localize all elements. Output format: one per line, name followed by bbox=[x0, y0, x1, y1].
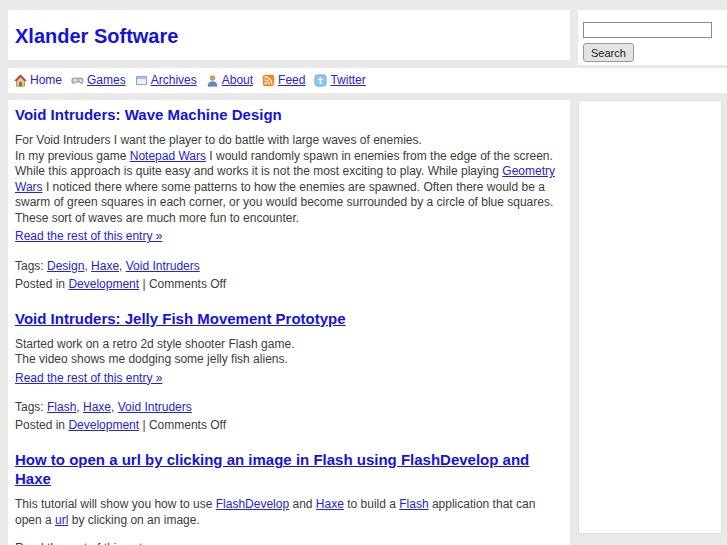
post-title: Void Intruders: Wave Machine Design bbox=[15, 105, 563, 124]
search-button[interactable]: Search bbox=[583, 43, 634, 62]
navigation-bar: Home Games Archives About Feed bbox=[8, 68, 727, 93]
category-link[interactable]: Development bbox=[68, 277, 139, 291]
post-title-link[interactable]: How to open a url by clicking an image i… bbox=[15, 451, 529, 487]
tag-link[interactable]: Flash bbox=[47, 400, 76, 414]
nav-item-twitter[interactable]: Twitter bbox=[314, 73, 365, 87]
blog-post: Void Intruders: Jelly Fish Movement Prot… bbox=[15, 309, 563, 434]
search-input[interactable] bbox=[583, 22, 712, 38]
nav-link-games[interactable]: Games bbox=[87, 73, 126, 87]
blog-post: How to open a url by clicking an image i… bbox=[15, 450, 563, 545]
inline-link[interactable]: Notepad Wars bbox=[130, 149, 206, 163]
post-title: Void Intruders: Jelly Fish Movement Prot… bbox=[15, 309, 563, 328]
tag-link[interactable]: Haxe bbox=[91, 259, 119, 273]
nav-item-feed[interactable]: Feed bbox=[262, 73, 305, 87]
nav-item-games[interactable]: Games bbox=[71, 73, 126, 87]
inline-link[interactable]: Geometry Wars bbox=[15, 164, 555, 194]
post-footer: Posted in Development | Comments Off bbox=[15, 417, 563, 433]
main-content: Void Intruders: Wave Machine Design For … bbox=[8, 100, 570, 545]
site-title[interactable]: Xlander Software bbox=[8, 10, 570, 48]
feed-icon bbox=[262, 74, 275, 87]
tag-link[interactable]: Void Intruders bbox=[126, 259, 200, 273]
nav-item-about[interactable]: About bbox=[206, 73, 253, 87]
read-more-link[interactable]: Read the rest of this entry » bbox=[15, 541, 162, 545]
sidebar-panel bbox=[578, 100, 722, 534]
nav-link-about[interactable]: About bbox=[222, 73, 253, 87]
post-tags: Tags: Design, Haxe, Void Intruders bbox=[15, 258, 563, 274]
home-icon bbox=[14, 74, 27, 87]
post-paragraph: This tutorial will show you how to use F… bbox=[15, 497, 563, 528]
nav-link-home[interactable]: Home bbox=[30, 73, 62, 87]
nav-list: Home Games Archives About Feed bbox=[8, 68, 727, 87]
inline-link[interactable]: Haxe bbox=[316, 497, 344, 511]
post-body: For Void Intruders I want the player to … bbox=[15, 133, 563, 226]
nav-link-archives[interactable]: Archives bbox=[151, 73, 197, 87]
category-link[interactable]: Development bbox=[68, 418, 139, 432]
inline-link[interactable]: url bbox=[55, 513, 68, 527]
nav-link-feed[interactable]: Feed bbox=[278, 73, 305, 87]
games-icon bbox=[71, 74, 84, 87]
archives-icon bbox=[135, 74, 148, 87]
inline-link[interactable]: FlashDevelop bbox=[216, 497, 289, 511]
post-paragraph: Started work on a retro 2d style shooter… bbox=[15, 337, 563, 368]
search-panel: Search bbox=[578, 10, 727, 65]
blog-post: Void Intruders: Wave Machine Design For … bbox=[15, 105, 563, 292]
read-more-link[interactable]: Read the rest of this entry » bbox=[15, 229, 162, 245]
tag-link[interactable]: Haxe bbox=[83, 400, 111, 414]
nav-item-archives[interactable]: Archives bbox=[135, 73, 197, 87]
post-title: How to open a url by clicking an image i… bbox=[15, 450, 563, 488]
header: Xlander Software bbox=[8, 10, 570, 60]
nav-item-home[interactable]: Home bbox=[14, 73, 62, 87]
nav-link-twitter[interactable]: Twitter bbox=[330, 73, 365, 87]
post-body: This tutorial will show you how to use F… bbox=[15, 497, 563, 528]
post-title-link[interactable]: Void Intruders: Wave Machine Design bbox=[15, 106, 282, 123]
tag-link[interactable]: Design bbox=[47, 259, 84, 273]
read-more-link[interactable]: Read the rest of this entry » bbox=[15, 371, 162, 387]
twitter-icon bbox=[314, 74, 327, 87]
posts-list: Void Intruders: Wave Machine Design For … bbox=[8, 100, 570, 545]
tag-link[interactable]: Void Intruders bbox=[118, 400, 192, 414]
post-body: Started work on a retro 2d style shooter… bbox=[15, 337, 563, 368]
post-paragraph: For Void Intruders I want the player to … bbox=[15, 133, 563, 226]
about-icon bbox=[206, 74, 219, 87]
post-tags: Tags: Flash, Haxe, Void Intruders bbox=[15, 399, 563, 415]
inline-link[interactable]: Flash bbox=[399, 497, 428, 511]
post-title-link[interactable]: Void Intruders: Jelly Fish Movement Prot… bbox=[15, 310, 346, 327]
post-footer: Posted in Development | Comments Off bbox=[15, 276, 563, 292]
